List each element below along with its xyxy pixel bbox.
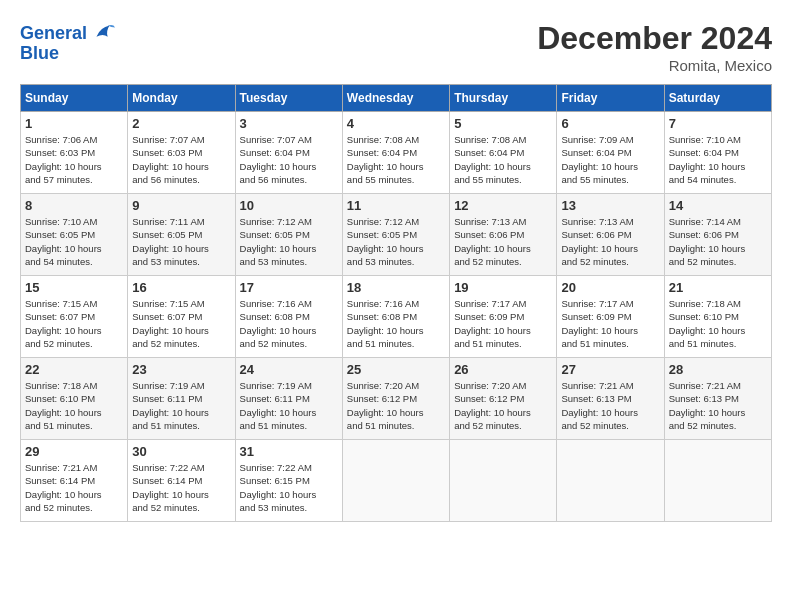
day-info: Sunrise: 7:15 AM Sunset: 6:07 PM Dayligh… [25, 297, 123, 350]
table-cell: 23Sunrise: 7:19 AM Sunset: 6:11 PM Dayli… [128, 358, 235, 440]
table-cell: 14Sunrise: 7:14 AM Sunset: 6:06 PM Dayli… [664, 194, 771, 276]
table-cell: 22Sunrise: 7:18 AM Sunset: 6:10 PM Dayli… [21, 358, 128, 440]
logo: General Blue [20, 20, 117, 64]
day-info: Sunrise: 7:07 AM Sunset: 6:03 PM Dayligh… [132, 133, 230, 186]
day-number: 29 [25, 444, 123, 459]
table-cell: 7Sunrise: 7:10 AM Sunset: 6:04 PM Daylig… [664, 112, 771, 194]
location: Romita, Mexico [537, 57, 772, 74]
calendar-header-row: Sunday Monday Tuesday Wednesday Thursday… [21, 85, 772, 112]
day-number: 18 [347, 280, 445, 295]
table-cell: 16Sunrise: 7:15 AM Sunset: 6:07 PM Dayli… [128, 276, 235, 358]
day-info: Sunrise: 7:19 AM Sunset: 6:11 PM Dayligh… [132, 379, 230, 432]
table-cell: 9Sunrise: 7:11 AM Sunset: 6:05 PM Daylig… [128, 194, 235, 276]
header-thursday: Thursday [450, 85, 557, 112]
day-info: Sunrise: 7:09 AM Sunset: 6:04 PM Dayligh… [561, 133, 659, 186]
table-cell: 28Sunrise: 7:21 AM Sunset: 6:13 PM Dayli… [664, 358, 771, 440]
day-number: 10 [240, 198, 338, 213]
day-info: Sunrise: 7:14 AM Sunset: 6:06 PM Dayligh… [669, 215, 767, 268]
day-number: 3 [240, 116, 338, 131]
day-info: Sunrise: 7:13 AM Sunset: 6:06 PM Dayligh… [561, 215, 659, 268]
day-info: Sunrise: 7:08 AM Sunset: 6:04 PM Dayligh… [347, 133, 445, 186]
day-info: Sunrise: 7:12 AM Sunset: 6:05 PM Dayligh… [240, 215, 338, 268]
week-row-4: 22Sunrise: 7:18 AM Sunset: 6:10 PM Dayli… [21, 358, 772, 440]
logo-text-blue: Blue [20, 44, 59, 64]
logo-text-general: General [20, 24, 87, 44]
day-number: 14 [669, 198, 767, 213]
day-number: 30 [132, 444, 230, 459]
day-number: 25 [347, 362, 445, 377]
day-number: 8 [25, 198, 123, 213]
day-number: 15 [25, 280, 123, 295]
day-info: Sunrise: 7:21 AM Sunset: 6:13 PM Dayligh… [669, 379, 767, 432]
table-cell: 30Sunrise: 7:22 AM Sunset: 6:14 PM Dayli… [128, 440, 235, 522]
table-cell: 20Sunrise: 7:17 AM Sunset: 6:09 PM Dayli… [557, 276, 664, 358]
table-cell: 10Sunrise: 7:12 AM Sunset: 6:05 PM Dayli… [235, 194, 342, 276]
day-number: 7 [669, 116, 767, 131]
day-number: 27 [561, 362, 659, 377]
title-area: December 2024 Romita, Mexico [537, 20, 772, 74]
day-number: 11 [347, 198, 445, 213]
page-header: General Blue December 2024 Romita, Mexic… [20, 20, 772, 74]
week-row-2: 8Sunrise: 7:10 AM Sunset: 6:05 PM Daylig… [21, 194, 772, 276]
table-cell [557, 440, 664, 522]
day-info: Sunrise: 7:10 AM Sunset: 6:05 PM Dayligh… [25, 215, 123, 268]
day-number: 22 [25, 362, 123, 377]
day-number: 5 [454, 116, 552, 131]
table-cell: 24Sunrise: 7:19 AM Sunset: 6:11 PM Dayli… [235, 358, 342, 440]
day-number: 31 [240, 444, 338, 459]
week-row-3: 15Sunrise: 7:15 AM Sunset: 6:07 PM Dayli… [21, 276, 772, 358]
day-info: Sunrise: 7:20 AM Sunset: 6:12 PM Dayligh… [454, 379, 552, 432]
table-cell [664, 440, 771, 522]
header-friday: Friday [557, 85, 664, 112]
table-cell: 12Sunrise: 7:13 AM Sunset: 6:06 PM Dayli… [450, 194, 557, 276]
header-sunday: Sunday [21, 85, 128, 112]
day-info: Sunrise: 7:08 AM Sunset: 6:04 PM Dayligh… [454, 133, 552, 186]
week-row-1: 1Sunrise: 7:06 AM Sunset: 6:03 PM Daylig… [21, 112, 772, 194]
day-info: Sunrise: 7:20 AM Sunset: 6:12 PM Dayligh… [347, 379, 445, 432]
day-number: 6 [561, 116, 659, 131]
table-cell: 11Sunrise: 7:12 AM Sunset: 6:05 PM Dayli… [342, 194, 449, 276]
day-info: Sunrise: 7:11 AM Sunset: 6:05 PM Dayligh… [132, 215, 230, 268]
day-number: 26 [454, 362, 552, 377]
table-cell: 5Sunrise: 7:08 AM Sunset: 6:04 PM Daylig… [450, 112, 557, 194]
day-number: 12 [454, 198, 552, 213]
day-info: Sunrise: 7:21 AM Sunset: 6:13 PM Dayligh… [561, 379, 659, 432]
header-monday: Monday [128, 85, 235, 112]
table-cell: 2Sunrise: 7:07 AM Sunset: 6:03 PM Daylig… [128, 112, 235, 194]
table-cell: 17Sunrise: 7:16 AM Sunset: 6:08 PM Dayli… [235, 276, 342, 358]
table-cell: 3Sunrise: 7:07 AM Sunset: 6:04 PM Daylig… [235, 112, 342, 194]
day-info: Sunrise: 7:12 AM Sunset: 6:05 PM Dayligh… [347, 215, 445, 268]
day-number: 2 [132, 116, 230, 131]
table-cell: 27Sunrise: 7:21 AM Sunset: 6:13 PM Dayli… [557, 358, 664, 440]
day-info: Sunrise: 7:15 AM Sunset: 6:07 PM Dayligh… [132, 297, 230, 350]
day-info: Sunrise: 7:18 AM Sunset: 6:10 PM Dayligh… [25, 379, 123, 432]
table-cell: 18Sunrise: 7:16 AM Sunset: 6:08 PM Dayli… [342, 276, 449, 358]
day-number: 13 [561, 198, 659, 213]
header-saturday: Saturday [664, 85, 771, 112]
header-wednesday: Wednesday [342, 85, 449, 112]
day-info: Sunrise: 7:21 AM Sunset: 6:14 PM Dayligh… [25, 461, 123, 514]
day-info: Sunrise: 7:13 AM Sunset: 6:06 PM Dayligh… [454, 215, 552, 268]
day-number: 19 [454, 280, 552, 295]
day-number: 9 [132, 198, 230, 213]
day-info: Sunrise: 7:19 AM Sunset: 6:11 PM Dayligh… [240, 379, 338, 432]
table-cell: 15Sunrise: 7:15 AM Sunset: 6:07 PM Dayli… [21, 276, 128, 358]
table-cell: 4Sunrise: 7:08 AM Sunset: 6:04 PM Daylig… [342, 112, 449, 194]
day-info: Sunrise: 7:10 AM Sunset: 6:04 PM Dayligh… [669, 133, 767, 186]
day-number: 4 [347, 116, 445, 131]
week-row-5: 29Sunrise: 7:21 AM Sunset: 6:14 PM Dayli… [21, 440, 772, 522]
table-cell: 31Sunrise: 7:22 AM Sunset: 6:15 PM Dayli… [235, 440, 342, 522]
day-number: 23 [132, 362, 230, 377]
calendar-table: Sunday Monday Tuesday Wednesday Thursday… [20, 84, 772, 522]
day-info: Sunrise: 7:16 AM Sunset: 6:08 PM Dayligh… [240, 297, 338, 350]
day-info: Sunrise: 7:22 AM Sunset: 6:14 PM Dayligh… [132, 461, 230, 514]
table-cell: 26Sunrise: 7:20 AM Sunset: 6:12 PM Dayli… [450, 358, 557, 440]
day-number: 1 [25, 116, 123, 131]
table-cell: 8Sunrise: 7:10 AM Sunset: 6:05 PM Daylig… [21, 194, 128, 276]
day-number: 24 [240, 362, 338, 377]
day-number: 17 [240, 280, 338, 295]
table-cell [342, 440, 449, 522]
day-number: 28 [669, 362, 767, 377]
day-number: 21 [669, 280, 767, 295]
day-info: Sunrise: 7:17 AM Sunset: 6:09 PM Dayligh… [561, 297, 659, 350]
